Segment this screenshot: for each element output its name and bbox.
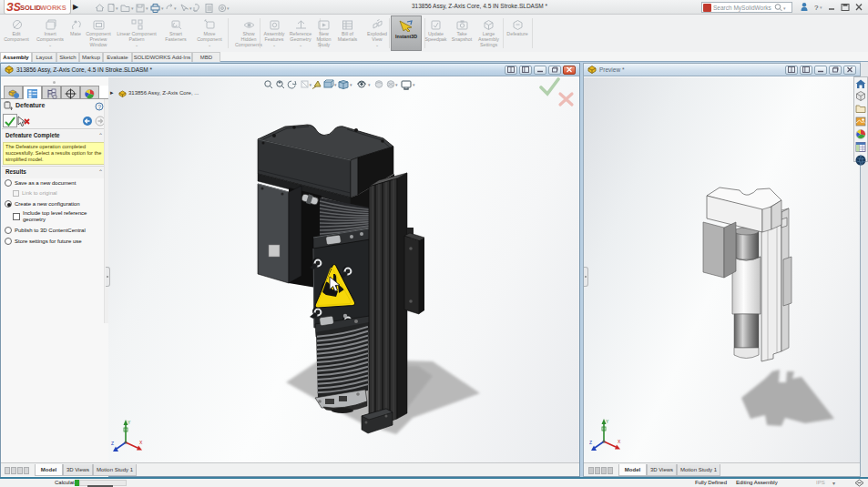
svg-text:Y: Y: [606, 419, 609, 424]
svg-text:▾: ▾: [783, 5, 786, 11]
svg-text:SOLID: SOLID: [20, 4, 42, 12]
svg-text:Y: Y: [128, 420, 131, 425]
svg-text:X: X: [618, 439, 621, 444]
svg-text:X: X: [139, 440, 143, 445]
svg-text:▾: ▾: [820, 5, 822, 10]
svg-text:?: ?: [97, 104, 101, 110]
svg-text:WORKS: WORKS: [40, 4, 66, 12]
svg-text:Z: Z: [111, 441, 114, 446]
svg-text:Z: Z: [589, 440, 592, 445]
svg-text:ЗS: ЗS: [6, 1, 21, 14]
svg-text:?: ?: [814, 4, 819, 12]
